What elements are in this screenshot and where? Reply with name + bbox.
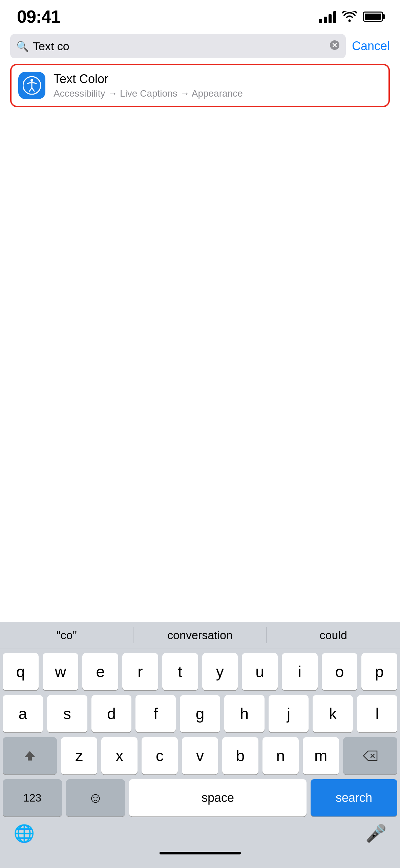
key-row-4: 123 ☺ space search (3, 779, 397, 816)
key-l[interactable]: l (357, 695, 397, 732)
key-i[interactable]: i (282, 653, 318, 690)
emoji-key[interactable]: ☺ (66, 779, 125, 816)
autocorrect-label-2: could (320, 629, 347, 642)
search-icon: 🔍 (16, 40, 29, 52)
microphone-icon[interactable]: 🎤 (365, 824, 386, 843)
key-u[interactable]: u (242, 653, 278, 690)
search-input[interactable] (33, 40, 325, 53)
svg-point-3 (30, 79, 33, 82)
autocorrect-label-0: "co" (57, 629, 77, 642)
key-c[interactable]: c (142, 737, 178, 774)
autocorrect-label-1: conversation (167, 629, 233, 642)
key-q[interactable]: q (3, 653, 39, 690)
key-a[interactable]: a (3, 695, 43, 732)
clear-search-button[interactable] (330, 40, 340, 53)
key-p[interactable]: p (361, 653, 397, 690)
result-text: Text Color Accessibility → Live Captions… (54, 72, 382, 99)
key-row-3: z x c v b n m (3, 737, 397, 774)
main-content (0, 107, 400, 419)
battery-icon (363, 12, 383, 22)
keyboard-rows: q w e r t y u i o p a s d f g h j k l (0, 649, 400, 816)
backspace-key[interactable] (343, 737, 397, 774)
svg-point-0 (349, 20, 351, 22)
key-w[interactable]: w (43, 653, 79, 690)
signal-bars-icon (319, 10, 336, 23)
key-f[interactable]: f (135, 695, 176, 732)
accessibility-person-icon (23, 76, 41, 95)
status-time: 09:41 (17, 6, 60, 27)
key-e[interactable]: e (82, 653, 118, 690)
cancel-button[interactable]: Cancel (352, 39, 390, 53)
key-x[interactable]: x (101, 737, 138, 774)
space-key[interactable]: space (129, 779, 307, 816)
key-row-2: a s d f g h j k l (3, 695, 397, 732)
result-title: Text Color (54, 72, 382, 86)
numbers-key[interactable]: 123 (3, 779, 62, 816)
result-breadcrumb: Accessibility → Live Captions → Appearan… (54, 88, 382, 99)
key-h[interactable]: h (224, 695, 265, 732)
key-g[interactable]: g (180, 695, 220, 732)
search-input-wrapper[interactable]: 🔍 (10, 34, 346, 58)
autocorrect-item-1[interactable]: conversation (133, 622, 267, 649)
key-r[interactable]: r (122, 653, 158, 690)
result-icon-accessibility (18, 72, 45, 99)
key-t[interactable]: t (162, 653, 198, 690)
key-o[interactable]: o (322, 653, 358, 690)
keyboard-bottom: 🌐 🎤 (0, 816, 400, 847)
key-n[interactable]: n (262, 737, 299, 774)
wifi-icon (342, 11, 357, 22)
results-container: Text Color Accessibility → Live Captions… (0, 64, 400, 107)
search-bar-container: 🔍 Cancel (0, 31, 400, 64)
key-d[interactable]: d (91, 695, 132, 732)
key-y[interactable]: y (202, 653, 238, 690)
key-v[interactable]: v (182, 737, 218, 774)
search-key[interactable]: search (311, 779, 397, 816)
autocorrect-item-0[interactable]: "co" (0, 622, 133, 649)
key-j[interactable]: j (269, 695, 309, 732)
result-item[interactable]: Text Color Accessibility → Live Captions… (10, 64, 390, 107)
key-s[interactable]: s (47, 695, 87, 732)
home-indicator (160, 852, 241, 854)
status-icons (319, 10, 383, 23)
keyboard: "co" conversation could q w e r t y u i … (0, 622, 400, 868)
status-bar: 09:41 (0, 0, 400, 31)
autocorrect-bar: "co" conversation could (0, 622, 400, 649)
key-m[interactable]: m (303, 737, 339, 774)
key-row-1: q w e r t y u i o p (3, 653, 397, 690)
key-b[interactable]: b (222, 737, 258, 774)
globe-icon[interactable]: 🌐 (14, 824, 35, 843)
autocorrect-item-2[interactable]: could (267, 622, 400, 649)
key-k[interactable]: k (313, 695, 353, 732)
key-z[interactable]: z (61, 737, 97, 774)
shift-key[interactable] (3, 737, 57, 774)
